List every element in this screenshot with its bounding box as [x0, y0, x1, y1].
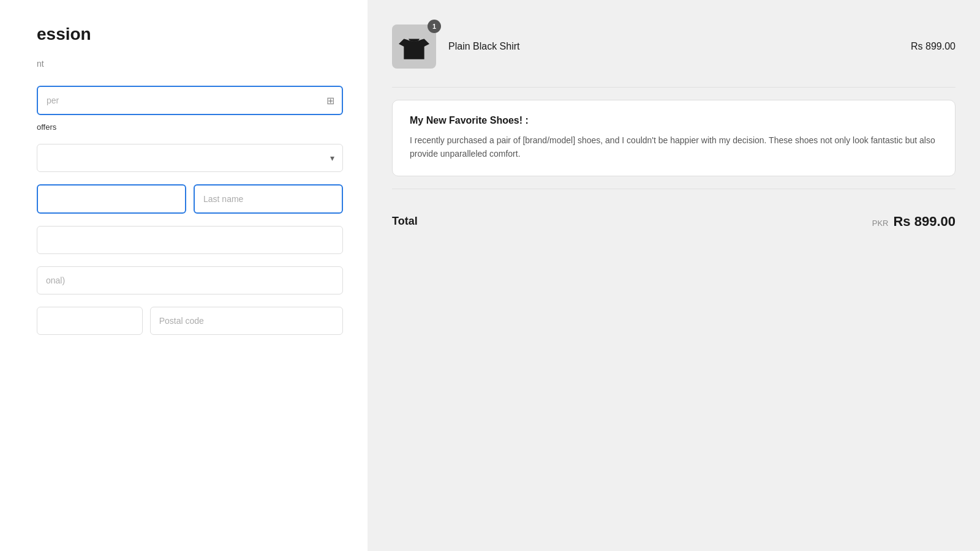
total-label: Total	[392, 215, 418, 228]
last-name-input[interactable]	[194, 184, 343, 214]
tshirt-icon	[399, 31, 429, 62]
country-select-wrapper: Pakistan United States ▾	[37, 144, 343, 172]
cart-item: 1 Plain Black Shirt Rs 899.00	[392, 18, 956, 75]
coupon-icon: ⊞	[326, 95, 334, 107]
subtitle: nt	[37, 59, 343, 69]
total-row: Total PKR Rs 899.00	[392, 208, 956, 236]
product-name: Plain Black Shirt	[448, 41, 899, 52]
coupon-input[interactable]	[37, 86, 343, 115]
offers-text: offers	[37, 122, 343, 132]
divider-2	[392, 189, 956, 189]
right-panel: 1 Plain Black Shirt Rs 899.00 My New Fav…	[368, 0, 980, 551]
review-body: I recently purchased a pair of [brand/mo…	[410, 133, 938, 161]
coupon-input-group: ⊞	[37, 86, 343, 115]
city-input[interactable]	[37, 307, 143, 335]
name-row	[37, 184, 343, 214]
address-input[interactable]	[37, 226, 343, 254]
divider-1	[392, 87, 956, 88]
review-card: My New Favorite Shoes! : I recently purc…	[392, 100, 956, 176]
quantity-badge: 1	[428, 20, 441, 33]
total-amount: Rs 899.00	[893, 214, 956, 230]
city-postal-row	[37, 307, 343, 335]
left-panel: ession nt ⊞ offers Pakistan United State…	[0, 0, 368, 551]
country-select[interactable]: Pakistan United States	[37, 144, 343, 172]
product-price: Rs 899.00	[911, 41, 956, 52]
apartment-input[interactable]	[37, 266, 343, 294]
total-price-group: PKR Rs 899.00	[872, 214, 956, 230]
review-title: My New Favorite Shoes! :	[410, 115, 938, 126]
first-name-input[interactable]	[37, 184, 186, 214]
currency-code: PKR	[872, 219, 889, 228]
page-title: ession	[37, 24, 343, 44]
postal-code-input[interactable]	[150, 307, 343, 335]
product-image-wrapper: 1	[392, 24, 436, 69]
